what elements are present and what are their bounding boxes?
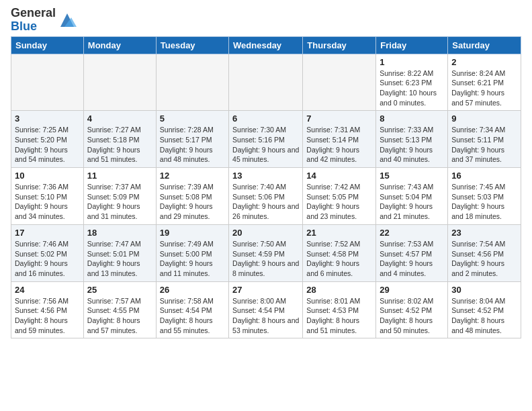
calendar-cell: 10Sunrise: 7:36 AMSunset: 5:10 PMDayligh… [11,168,84,225]
day-detail: Sunrise: 7:31 AMSunset: 5:14 PMDaylight:… [306,125,372,165]
day-number: 9 [451,113,517,124]
calendar-cell: 12Sunrise: 7:39 AMSunset: 5:08 PMDayligh… [156,168,228,225]
day-number: 14 [306,171,372,181]
day-number: 11 [87,171,152,181]
calendar-cell: 18Sunrise: 7:47 AMSunset: 5:01 PMDayligh… [83,224,156,281]
day-number: 28 [306,285,372,295]
day-number: 15 [380,171,444,181]
day-number: 19 [160,228,225,238]
calendar-cell: 2Sunrise: 8:24 AMSunset: 6:21 PMDaylight… [448,54,521,111]
calendar-cell: 15Sunrise: 7:43 AMSunset: 5:04 PMDayligh… [376,168,448,225]
day-number: 10 [15,171,80,181]
day-detail: Sunrise: 7:46 AMSunset: 5:02 PMDaylight:… [15,239,80,279]
day-detail: Sunrise: 7:49 AMSunset: 5:00 PMDaylight:… [160,239,225,279]
day-detail: Sunrise: 7:37 AMSunset: 5:09 PMDaylight:… [87,182,152,222]
dow-header-friday: Friday [376,36,448,54]
day-detail: Sunrise: 7:30 AMSunset: 5:16 PMDaylight:… [232,125,299,165]
day-detail: Sunrise: 7:40 AMSunset: 5:06 PMDaylight:… [232,182,299,222]
day-detail: Sunrise: 8:00 AMSunset: 4:54 PMDaylight:… [232,296,299,336]
calendar-cell: 20Sunrise: 7:50 AMSunset: 4:59 PMDayligh… [229,224,303,281]
calendar-cell: 26Sunrise: 7:58 AMSunset: 4:54 PMDayligh… [156,281,228,338]
day-detail: Sunrise: 7:53 AMSunset: 4:57 PMDaylight:… [380,239,444,279]
day-number: 20 [232,228,299,238]
day-detail: Sunrise: 8:22 AMSunset: 6:23 PMDaylight:… [380,68,444,108]
day-number: 18 [87,228,152,238]
day-number: 2 [451,57,517,67]
day-number: 1 [380,57,444,67]
day-number: 22 [380,228,444,238]
calendar: SundayMondayTuesdayWednesdayThursdayFrid… [11,36,521,339]
day-detail: Sunrise: 7:27 AMSunset: 5:18 PMDaylight:… [87,125,152,165]
calendar-cell [229,54,303,111]
calendar-cell [11,54,84,111]
calendar-cell [303,54,376,111]
calendar-cell [156,54,228,111]
calendar-cell: 1Sunrise: 8:22 AMSunset: 6:23 PMDaylight… [376,54,448,111]
dow-header-tuesday: Tuesday [156,36,228,54]
day-number: 5 [160,113,225,124]
dow-header-saturday: Saturday [448,36,521,54]
day-detail: Sunrise: 8:01 AMSunset: 4:53 PMDaylight:… [306,296,372,336]
day-detail: Sunrise: 7:39 AMSunset: 5:08 PMDaylight:… [160,182,225,222]
calendar-cell [83,54,156,111]
calendar-cell: 14Sunrise: 7:42 AMSunset: 5:05 PMDayligh… [303,168,376,225]
calendar-cell: 19Sunrise: 7:49 AMSunset: 5:00 PMDayligh… [156,224,228,281]
day-detail: Sunrise: 7:54 AMSunset: 4:56 PMDaylight:… [451,239,517,279]
day-detail: Sunrise: 7:36 AMSunset: 5:10 PMDaylight:… [15,182,80,222]
day-detail: Sunrise: 7:47 AMSunset: 5:01 PMDaylight:… [87,239,152,279]
day-detail: Sunrise: 7:34 AMSunset: 5:11 PMDaylight:… [451,125,517,165]
calendar-cell: 17Sunrise: 7:46 AMSunset: 5:02 PMDayligh… [11,224,84,281]
day-number: 7 [306,113,372,124]
logo: General Blue [11,7,77,34]
day-detail: Sunrise: 8:02 AMSunset: 4:52 PMDaylight:… [380,296,444,336]
calendar-cell: 23Sunrise: 7:54 AMSunset: 4:56 PMDayligh… [448,224,521,281]
calendar-cell: 13Sunrise: 7:40 AMSunset: 5:06 PMDayligh… [229,168,303,225]
header: General Blue [0,0,532,36]
calendar-cell: 28Sunrise: 8:01 AMSunset: 4:53 PMDayligh… [303,281,376,338]
calendar-cell: 5Sunrise: 7:28 AMSunset: 5:17 PMDaylight… [156,111,228,168]
day-detail: Sunrise: 7:58 AMSunset: 4:54 PMDaylight:… [160,296,225,336]
day-detail: Sunrise: 7:25 AMSunset: 5:20 PMDaylight:… [15,125,80,165]
day-detail: Sunrise: 7:52 AMSunset: 4:58 PMDaylight:… [306,239,372,279]
day-detail: Sunrise: 7:57 AMSunset: 4:55 PMDaylight:… [87,296,152,336]
day-number: 16 [451,171,517,181]
day-detail: Sunrise: 7:56 AMSunset: 4:56 PMDaylight:… [15,296,80,336]
day-number: 24 [15,285,80,295]
day-number: 29 [380,285,444,295]
calendar-cell: 7Sunrise: 7:31 AMSunset: 5:14 PMDaylight… [303,111,376,168]
calendar-cell: 24Sunrise: 7:56 AMSunset: 4:56 PMDayligh… [11,281,84,338]
day-number: 12 [160,171,225,181]
calendar-cell: 27Sunrise: 8:00 AMSunset: 4:54 PMDayligh… [229,281,303,338]
day-number: 23 [451,228,517,238]
day-number: 27 [232,285,299,295]
day-number: 30 [451,285,517,295]
day-detail: Sunrise: 7:28 AMSunset: 5:17 PMDaylight:… [160,125,225,165]
logo-blue: Blue [11,19,37,33]
dow-header-sunday: Sunday [11,36,84,54]
day-number: 6 [232,113,299,124]
day-number: 21 [306,228,372,238]
day-number: 3 [15,113,80,124]
dow-header-thursday: Thursday [303,36,376,54]
day-detail: Sunrise: 8:04 AMSunset: 4:52 PMDaylight:… [451,296,517,336]
calendar-cell: 16Sunrise: 7:45 AMSunset: 5:03 PMDayligh… [448,168,521,225]
calendar-cell: 9Sunrise: 7:34 AMSunset: 5:11 PMDaylight… [448,111,521,168]
calendar-cell: 22Sunrise: 7:53 AMSunset: 4:57 PMDayligh… [376,224,448,281]
calendar-cell: 6Sunrise: 7:30 AMSunset: 5:16 PMDaylight… [229,111,303,168]
day-detail: Sunrise: 7:50 AMSunset: 4:59 PMDaylight:… [232,239,299,279]
calendar-cell: 29Sunrise: 8:02 AMSunset: 4:52 PMDayligh… [376,281,448,338]
day-detail: Sunrise: 7:45 AMSunset: 5:03 PMDaylight:… [451,182,517,222]
day-detail: Sunrise: 7:42 AMSunset: 5:05 PMDaylight:… [306,182,372,222]
day-detail: Sunrise: 8:24 AMSunset: 6:21 PMDaylight:… [451,68,517,108]
logo-text-block: General Blue [11,7,56,34]
dow-header-monday: Monday [83,36,156,54]
logo-icon [58,11,77,30]
day-number: 8 [380,113,444,124]
calendar-cell: 30Sunrise: 8:04 AMSunset: 4:52 PMDayligh… [448,281,521,338]
calendar-cell: 4Sunrise: 7:27 AMSunset: 5:18 PMDaylight… [83,111,156,168]
day-number: 4 [87,113,152,124]
logo-general: General [11,6,56,19]
day-number: 25 [87,285,152,295]
calendar-cell: 21Sunrise: 7:52 AMSunset: 4:58 PMDayligh… [303,224,376,281]
day-number: 13 [232,171,299,181]
